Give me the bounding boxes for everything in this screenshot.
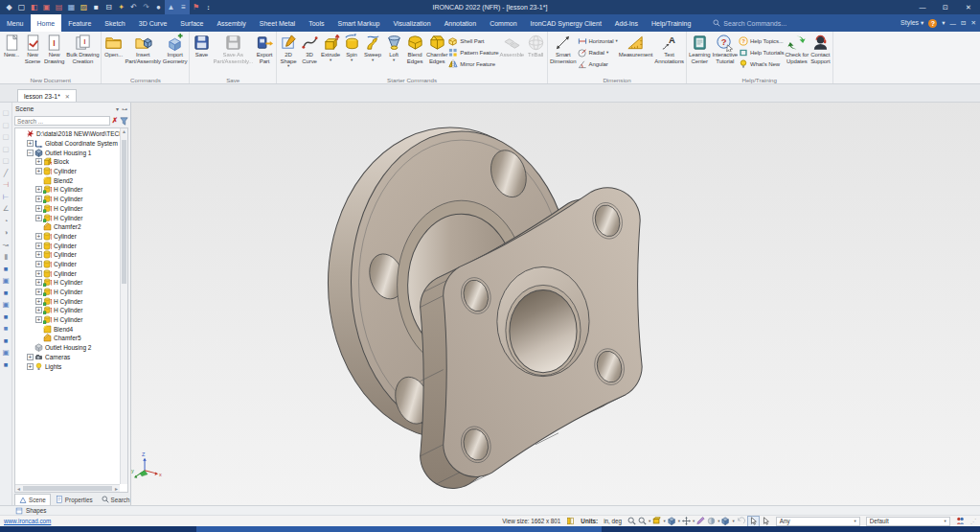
pan-tool[interactable] (682, 517, 691, 526)
tab-home[interactable]: Home (31, 14, 62, 32)
tree-item[interactable]: +H Cylinder (16, 213, 120, 222)
blend-edges-button[interactable]: Blend Edges (404, 33, 425, 75)
list-icon[interactable]: ≡ (177, 0, 190, 14)
dim-radius-icon[interactable]: ◔ (1, 217, 11, 226)
ribbon-restore-icon[interactable]: ⊡ (961, 19, 966, 27)
extrude-button[interactable]: Extrude▾ (320, 33, 341, 75)
insert-part-assembly-button[interactable]: Insert Part/Assembly (124, 33, 161, 75)
tree-item[interactable]: +Cylinder (16, 250, 120, 260)
expand-toggle[interactable]: + (35, 279, 42, 286)
tab-annotation[interactable]: Annotation (438, 14, 483, 32)
pattern-feature-button[interactable]: Pattern Feature (448, 47, 498, 58)
tree-item[interactable]: +Cylinder (16, 232, 120, 242)
tree-item[interactable]: D:\data\2018 NEW\Word\TECH-NET (16, 129, 120, 139)
ribbon-options-icon[interactable]: ▾ (942, 19, 945, 27)
text-annotations-button[interactable]: AText Annotations (653, 33, 685, 75)
ghost-box-5-icon[interactable]: ▢ (1, 156, 11, 166)
new--button[interactable]: New... (1, 33, 22, 75)
help-topics--button[interactable]: ?Help Topics... (739, 35, 784, 46)
tree-item[interactable]: Blend4 (16, 324, 120, 334)
tab-assembly[interactable]: Assembly (210, 14, 252, 32)
panel-tab-search[interactable]: Search (98, 494, 134, 505)
panel-tab-properties[interactable]: Properties (52, 494, 97, 505)
export-part-button[interactable]: Export Part (254, 33, 275, 75)
blue-cube-1-icon[interactable]: ■ (1, 265, 11, 274)
check-for-updates-button[interactable]: Check for Updates (784, 33, 809, 75)
tree-item[interactable]: +H Cylinder (16, 204, 120, 214)
tree-item[interactable]: +H Cylinder (16, 185, 120, 195)
visual-style-icon[interactable]: ▲ (165, 0, 177, 14)
document-tab[interactable]: lesson 23-1* ✕ (17, 89, 77, 102)
angular-button[interactable]: Angular (578, 58, 618, 69)
ghost-box-3-icon[interactable]: ▢ (1, 132, 11, 142)
blue-cube-6-icon[interactable]: ■ (1, 324, 11, 334)
blue-cube-9-icon[interactable]: ■ (1, 360, 11, 370)
ghost-box-1-icon[interactable]: ▢ (1, 108, 11, 118)
tree-vertical-scrollbar[interactable]: ▲ (120, 128, 127, 484)
triball-button[interactable]: TriBall (525, 33, 546, 75)
expand-toggle[interactable]: + (35, 233, 42, 240)
tree-item[interactable]: +H Cylinder (16, 278, 120, 288)
resize-grip-icon[interactable]: ⋰ (970, 518, 976, 524)
tab-feature[interactable]: Feature (61, 14, 98, 32)
selection-filter-dropdown[interactable]: Any▾ (776, 517, 860, 526)
blue-cube-tool[interactable] (668, 517, 676, 526)
pencil-tool[interactable] (696, 517, 705, 526)
blue-cube-3-icon[interactable]: ■ (1, 289, 11, 298)
dim-vertical-icon[interactable]: ⊢ (1, 193, 11, 202)
ghost-box-4-icon[interactable]: ▢ (1, 145, 11, 154)
tab-3d-curve[interactable]: 3D Curve (132, 14, 174, 32)
tree-item[interactable]: +H Cylinder (16, 288, 120, 297)
tree-item[interactable]: +Cylinder (16, 260, 120, 269)
blue-cube-8-icon[interactable]: ▣ (1, 348, 11, 358)
tree-item[interactable]: +H Cylinder (16, 315, 120, 325)
ghost-box-2-icon[interactable]: ▢ (1, 121, 11, 130)
expand-toggle[interactable]: + (35, 205, 42, 212)
3d-curve-button[interactable]: 3D Curve (299, 33, 320, 75)
expand-toggle[interactable]: + (35, 243, 42, 249)
tree-item[interactable]: Chamfer5 (16, 334, 120, 343)
interactive-tutorial-button[interactable]: ?Interactive Tutorial (712, 33, 740, 75)
import-geometry-button[interactable]: Import Geometry (162, 33, 189, 75)
open--button[interactable]: Open... (103, 33, 124, 75)
dim-line-icon[interactable]: ╱ (1, 169, 11, 178)
new-file-icon[interactable]: ▢ (15, 0, 28, 14)
chamfer-edges-button[interactable]: Chamfer Edges (425, 33, 448, 75)
blue-cube-4-icon[interactable]: ▣ (1, 300, 11, 310)
ironcad-link[interactable]: www.ironcad.com (4, 518, 51, 524)
yellow-box-tool[interactable] (652, 517, 661, 526)
measurement-button[interactable]: Measurement (618, 33, 654, 75)
new-drawing-button[interactable]: INew Drawing (43, 33, 65, 75)
spin-button[interactable]: Spin▾ (341, 33, 362, 75)
tree-item[interactable]: +H Cylinder (16, 296, 120, 306)
assemble-button[interactable]: Assemble (499, 33, 526, 75)
tab-sketch[interactable]: Sketch (98, 14, 131, 32)
app-icon[interactable]: ◆ (3, 0, 15, 14)
ribbon-minimize-icon[interactable]: — (950, 20, 957, 27)
tab-help-training[interactable]: Help/Training (645, 14, 697, 32)
expand-toggle[interactable]: + (27, 354, 34, 360)
tab-visualization[interactable]: Visualization (386, 14, 437, 32)
blue-cube-2-icon[interactable]: ▣ (1, 276, 11, 286)
scene-search-input[interactable] (14, 116, 110, 126)
expand-toggle[interactable]: + (35, 186, 42, 193)
dim-angle-icon[interactable]: ∠ (1, 204, 11, 214)
tree-item[interactable]: +Block (16, 157, 120, 167)
model-outlet-housing[interactable] (328, 127, 642, 488)
bulk-drawing-creation-button[interactable]: IBulk Drawing Creation (65, 33, 100, 75)
clear-search-icon[interactable]: ✗ (112, 116, 118, 126)
expand-toggle[interactable]: + (35, 298, 42, 305)
command-search[interactable]: Search Commands... (713, 14, 786, 32)
new-scene-icon[interactable]: ◧ (28, 0, 40, 14)
tree-item[interactable]: +Cylinder (16, 268, 120, 278)
expand-toggle[interactable]: + (35, 215, 42, 221)
tab-smart-markup[interactable]: Smart Markup (330, 14, 386, 32)
print-icon[interactable]: ⊟ (103, 0, 115, 14)
pin-icon[interactable]: ⊶ (122, 105, 127, 112)
tab-ironcad-synergy-client[interactable]: IronCAD Synergy Client (524, 14, 608, 32)
help-tutorials-button[interactable]: Help Tutorials (739, 47, 784, 58)
styles-button[interactable]: Styles ▾ (900, 19, 923, 27)
sweep-button[interactable]: Sweep▾ (362, 33, 383, 75)
cursor-tool[interactable] (762, 517, 770, 526)
tab-menu[interactable]: Menu (0, 14, 31, 32)
